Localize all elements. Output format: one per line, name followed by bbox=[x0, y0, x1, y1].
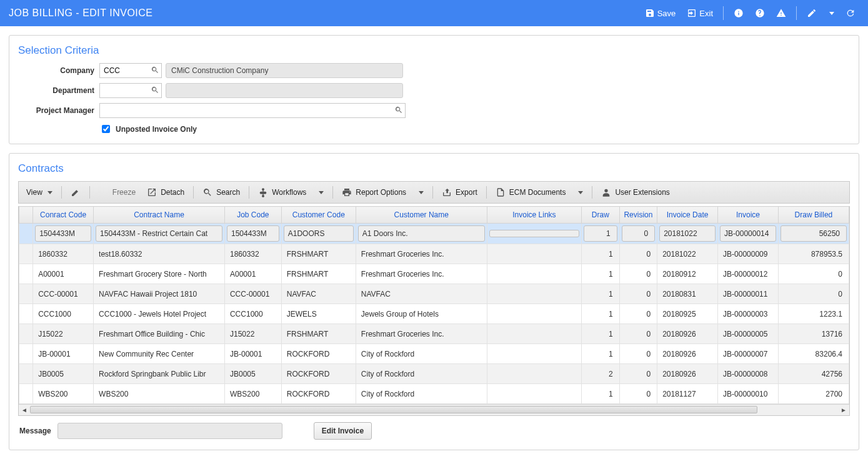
workflows-dropdown[interactable] bbox=[312, 188, 329, 197]
table-cell[interactable]: City of Rockford bbox=[356, 344, 487, 364]
table-cell[interactable]: Freshmart Grocery Store - North bbox=[94, 264, 225, 284]
scroll-right-arrow[interactable]: ► bbox=[838, 405, 849, 415]
table-cell[interactable]: ROCKFORD bbox=[281, 364, 356, 384]
scroll-thumb[interactable] bbox=[30, 406, 757, 413]
table-cell[interactable] bbox=[487, 344, 581, 364]
exit-button[interactable]: Exit bbox=[683, 6, 717, 21]
user-extensions-button[interactable]: User Extensions bbox=[596, 184, 674, 200]
table-cell[interactable]: 1 bbox=[582, 324, 620, 344]
table-cell[interactable]: 1504433M bbox=[33, 224, 94, 244]
row-handle[interactable] bbox=[19, 344, 33, 364]
table-cell[interactable]: Freshmart Office Building - Chic bbox=[94, 324, 225, 344]
row-handle[interactable] bbox=[19, 244, 33, 264]
table-cell[interactable]: 2 bbox=[582, 364, 620, 384]
col-draw-billed[interactable]: Draw Billed bbox=[778, 207, 849, 224]
workflows-button[interactable]: Workflows bbox=[253, 184, 311, 200]
col-contract-code[interactable]: Conract Code bbox=[33, 207, 94, 224]
detach-button[interactable]: Detach bbox=[142, 184, 189, 200]
unposted-label[interactable]: Unposted Invoice Only bbox=[116, 125, 197, 134]
table-cell[interactable]: 0 bbox=[619, 364, 657, 384]
table-cell[interactable]: JB-00000008 bbox=[718, 364, 779, 384]
table-cell[interactable]: JB-00000011 bbox=[718, 284, 779, 304]
col-customer-code[interactable]: Customer Code bbox=[281, 207, 356, 224]
search-icon[interactable] bbox=[151, 86, 159, 94]
table-cell[interactable]: 20181127 bbox=[657, 384, 718, 404]
table-row[interactable]: 1860332test18.603321860332FRSHMARTFreshm… bbox=[19, 244, 849, 264]
table-cell[interactable]: 0 bbox=[619, 384, 657, 404]
table-cell[interactable]: 878953.5 bbox=[778, 244, 849, 264]
table-cell[interactable]: 20180925 bbox=[657, 304, 718, 324]
table-cell[interactable]: WBS200 bbox=[224, 384, 281, 404]
table-cell[interactable]: 0 bbox=[619, 324, 657, 344]
table-cell[interactable]: 0 bbox=[619, 284, 657, 304]
pm-input[interactable] bbox=[99, 103, 406, 118]
help-button[interactable] bbox=[751, 6, 769, 21]
table-cell[interactable]: 1504433M - Restrict Certain Cat bbox=[94, 224, 225, 244]
table-cell[interactable]: Freshmart Groceries Inc. bbox=[356, 244, 487, 264]
table-cell[interactable]: Freshmart Groceries Inc. bbox=[356, 264, 487, 284]
table-row[interactable]: 1504433M1504433M - Restrict Certain Cat1… bbox=[19, 224, 849, 244]
row-handle[interactable] bbox=[19, 224, 33, 244]
report-options-dropdown[interactable] bbox=[412, 188, 429, 197]
table-cell[interactable]: CCC1000 - Jewels Hotel Project bbox=[94, 304, 225, 324]
table-row[interactable]: A00001Freshmart Grocery Store - NorthA00… bbox=[19, 264, 849, 284]
table-cell[interactable]: J15022 bbox=[224, 324, 281, 344]
table-cell[interactable]: Rockford Springbank Public Libr bbox=[94, 364, 225, 384]
table-cell[interactable]: A1DOORS bbox=[281, 224, 356, 244]
table-cell[interactable] bbox=[487, 264, 581, 284]
alert-button[interactable] bbox=[772, 6, 790, 21]
edit-button[interactable] bbox=[66, 184, 86, 200]
table-row[interactable]: JB-00001New Community Rec CenterJB-00001… bbox=[19, 344, 849, 364]
table-row[interactable]: CCC1000CCC1000 - Jewels Hotel ProjectCCC… bbox=[19, 304, 849, 324]
table-cell[interactable]: 20180912 bbox=[657, 264, 718, 284]
table-cell[interactable]: NAVFAC Hawaii Project 1810 bbox=[94, 284, 225, 304]
table-cell[interactable]: 1 bbox=[582, 344, 620, 364]
table-cell[interactable] bbox=[487, 384, 581, 404]
table-cell[interactable]: 0 bbox=[619, 344, 657, 364]
table-cell[interactable]: 20180926 bbox=[657, 364, 718, 384]
table-cell[interactable]: A1 Doors Inc. bbox=[356, 224, 487, 244]
table-cell[interactable]: JB0005 bbox=[33, 364, 94, 384]
table-cell[interactable]: 1 bbox=[582, 224, 620, 244]
table-cell[interactable]: 20181022 bbox=[657, 244, 718, 264]
table-cell[interactable]: NAVFAC bbox=[281, 284, 356, 304]
row-handle[interactable] bbox=[19, 384, 33, 404]
table-cell[interactable] bbox=[487, 304, 581, 324]
edit-invoice-button[interactable]: Edit Invoice bbox=[314, 422, 372, 440]
unposted-checkbox[interactable] bbox=[102, 125, 110, 133]
col-job-code[interactable]: Job Code bbox=[224, 207, 281, 224]
table-cell[interactable]: 0 bbox=[778, 264, 849, 284]
table-cell[interactable]: 1 bbox=[582, 384, 620, 404]
table-cell[interactable]: 20180831 bbox=[657, 284, 718, 304]
search-icon[interactable] bbox=[151, 66, 159, 74]
notes-button[interactable] bbox=[803, 6, 821, 21]
table-cell[interactable]: WBS200 bbox=[94, 384, 225, 404]
table-cell[interactable]: A00001 bbox=[224, 264, 281, 284]
table-cell[interactable] bbox=[487, 324, 581, 344]
table-cell[interactable]: ROCKFORD bbox=[281, 384, 356, 404]
row-handle[interactable] bbox=[19, 284, 33, 304]
table-row[interactable]: J15022Freshmart Office Building - ChicJ1… bbox=[19, 324, 849, 344]
table-row[interactable]: JB0005Rockford Springbank Public LibrJB0… bbox=[19, 364, 849, 384]
table-cell[interactable]: 0 bbox=[619, 264, 657, 284]
table-cell[interactable]: 42756 bbox=[778, 364, 849, 384]
dropdown-button[interactable] bbox=[824, 9, 838, 17]
export-button[interactable]: Export bbox=[437, 184, 482, 200]
table-cell[interactable]: FRSHMART bbox=[281, 324, 356, 344]
table-cell[interactable]: FRSHMART bbox=[281, 244, 356, 264]
table-cell[interactable]: 1 bbox=[582, 244, 620, 264]
table-cell[interactable]: 56250 bbox=[778, 224, 849, 244]
table-cell[interactable]: A00001 bbox=[33, 264, 94, 284]
table-cell[interactable]: Jewels Group of Hotels bbox=[356, 304, 487, 324]
row-handle[interactable] bbox=[19, 324, 33, 344]
info-button[interactable] bbox=[730, 6, 747, 21]
contracts-table[interactable]: Conract Code Contract Name Job Code Cust… bbox=[19, 206, 849, 404]
table-cell[interactable]: 0 bbox=[619, 224, 657, 244]
report-options-button[interactable]: Report Options bbox=[337, 184, 411, 200]
table-cell[interactable]: test18.60332 bbox=[94, 244, 225, 264]
table-cell[interactable]: JB-00000007 bbox=[718, 344, 779, 364]
table-cell[interactable]: 20180926 bbox=[657, 344, 718, 364]
table-cell[interactable]: 13716 bbox=[778, 324, 849, 344]
table-cell[interactable] bbox=[487, 244, 581, 264]
search-button[interactable]: Search bbox=[197, 184, 245, 200]
